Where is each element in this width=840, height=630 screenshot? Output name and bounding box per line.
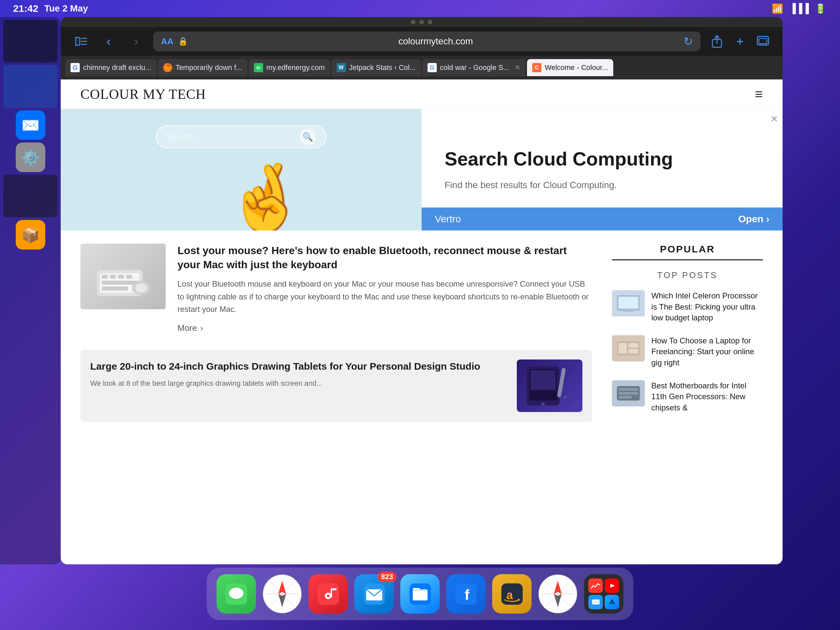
dock-music[interactable] — [308, 574, 348, 614]
tab-close-button[interactable]: ✕ — [515, 63, 520, 72]
tab-edf[interactable]: m my.edfenergy.com — [249, 59, 330, 76]
svg-rect-21 — [531, 370, 556, 390]
browser-actions: + — [707, 32, 773, 51]
dock-mail[interactable]: 823 — [354, 574, 394, 614]
thumb-image — [81, 244, 166, 309]
top-post-title-1: Which Intel Celeron Processor is The Bes… — [651, 290, 763, 323]
ad-search-placeholder: Search... — [166, 132, 201, 142]
amazon-app-icon[interactable]: 📦 — [16, 220, 45, 250]
svg-rect-29 — [619, 343, 627, 354]
ad-left-panel: Search... 🔍 🤞 — [61, 109, 422, 231]
ad-subtitle: Find the best results for Cloud Computin… — [445, 178, 759, 192]
tab-temporarily-down[interactable]: 🍊 Temporarily down f... — [158, 59, 248, 76]
browser-toolbar: ‹ › AA 🔒 colourmytech.com ↻ + — [61, 27, 783, 56]
new-tab-button[interactable]: + — [730, 32, 750, 51]
dock-safari2[interactable] — [538, 574, 578, 614]
tab-label: Welcome - Colour... — [545, 63, 608, 72]
reload-button[interactable]: ↻ — [684, 35, 693, 48]
svg-rect-27 — [624, 310, 633, 312]
svg-rect-57 — [413, 589, 428, 591]
promo-excerpt: We look at 8 of the best large graphics … — [90, 378, 507, 389]
top-posts-title: TOP POSTS — [612, 270, 763, 280]
site-header: Colour My Tech ≡ — [61, 79, 783, 109]
svg-rect-13 — [118, 275, 124, 279]
svg-text:f: f — [465, 587, 469, 603]
svg-point-37 — [229, 588, 243, 599]
status-right: 📶 ▐▐▐ 🔋 — [772, 3, 827, 14]
promo-card[interactable]: Large 20-inch to 24-inch Graphics Drawin… — [81, 350, 592, 422]
forward-button[interactable]: › — [126, 31, 147, 52]
dock-messages[interactable] — [216, 574, 256, 614]
battery-icon: 🔋 — [815, 3, 827, 14]
tab-jetpack[interactable]: W Jetpack Stats ‹ Col... — [332, 59, 421, 76]
aa-button[interactable]: AA — [161, 36, 174, 47]
tab-welcome[interactable]: C Welcome - Colour... — [527, 59, 613, 76]
dock: 823 f a — [207, 568, 633, 620]
main-content: Lost your mouse? Here's how to enable Bl… — [61, 231, 783, 564]
window-dot-3 — [428, 20, 433, 24]
top-post-title-2: How To Choose a Laptop for Freelancing: … — [651, 335, 763, 368]
ad-close-button[interactable]: ✕ — [771, 114, 778, 124]
ad-footer[interactable]: Vertro Open › — [422, 207, 783, 231]
ad-advertiser: Vertro — [435, 214, 461, 225]
ad-title: Search Cloud Computing — [445, 147, 759, 170]
svg-point-18 — [135, 283, 147, 293]
tab-label: cold war - Google S... — [440, 63, 510, 72]
dock-amazon[interactable]: a — [492, 574, 532, 614]
dock-apps[interactable]: ✉️ A — [584, 574, 624, 614]
sidebar-toggle-button[interactable] — [71, 31, 92, 52]
svg-rect-35 — [619, 396, 632, 399]
ad-search-icon: 🔍 — [300, 129, 316, 145]
back-button[interactable]: ‹ — [98, 31, 119, 52]
url-bar[interactable]: AA 🔒 colourmytech.com ↻ — [153, 32, 701, 51]
article-body: Lost your mouse? Here's how to enable Bl… — [177, 244, 592, 333]
app-thumb-2 — [3, 65, 57, 108]
svg-rect-16 — [102, 287, 128, 291]
ad-open-button[interactable]: Open › — [738, 214, 769, 225]
tab-label: chimney draft exclu... — [83, 63, 151, 72]
top-post-2[interactable]: How To Choose a Laptop for Freelancing: … — [612, 335, 763, 368]
mail-app-icon[interactable]: ✉️ — [16, 110, 45, 140]
dock-facebook[interactable]: f — [446, 574, 486, 614]
tab-label: my.edfenergy.com — [267, 63, 325, 72]
article-card: Lost your mouse? Here's how to enable Bl… — [81, 244, 592, 333]
svg-rect-8 — [759, 38, 767, 44]
browser-window: ‹ › AA 🔒 colourmytech.com ↻ + — [61, 17, 783, 564]
ad-hand-illustration: 🤞 — [225, 165, 307, 231]
svg-rect-26 — [619, 297, 638, 309]
top-post-1[interactable]: Which Intel Celeron Processor is The Bes… — [612, 290, 763, 323]
svg-rect-31 — [628, 349, 638, 354]
top-post-3[interactable]: Best Motherboards for Intel 11th Gen Pro… — [612, 380, 763, 413]
app-switcher: ✉️ ⚙️ 📦 — [0, 17, 61, 564]
site-logo: Colour My Tech — [81, 86, 206, 102]
tab-coldwar[interactable]: G cold war - Google S... ✕ — [422, 59, 526, 76]
svg-rect-11 — [102, 275, 107, 279]
svg-text:a: a — [506, 588, 513, 602]
window-dot-2 — [419, 20, 424, 24]
status-bar: 21:42 Tue 2 May 📶 ▐▐▐ 🔋 — [0, 0, 840, 17]
sidebar: POPULAR TOP POSTS Which Intel Celeron Pr… — [612, 244, 763, 551]
hamburger-menu[interactable]: ≡ — [755, 87, 763, 101]
svg-rect-33 — [619, 388, 638, 391]
article-title[interactable]: Lost your mouse? Here's how to enable Bl… — [177, 244, 592, 272]
ad-banner: Search... 🔍 🤞 Search Cloud Computing Fin… — [61, 109, 783, 231]
tab-chimney[interactable]: G chimney draft exclu... — [65, 59, 156, 76]
tab-favicon-google2: G — [428, 63, 437, 72]
tab-favicon-wp: W — [337, 63, 346, 72]
window-dot-1 — [411, 20, 415, 24]
tab-favicon-edf: m — [254, 63, 263, 72]
top-post-thumb-1 — [612, 290, 645, 317]
promo-text: Large 20-inch to 24-inch Graphics Drawin… — [90, 359, 507, 412]
mail-badge: 823 — [378, 571, 396, 582]
article-thumbnail — [81, 244, 166, 309]
tabs-button[interactable] — [753, 32, 773, 51]
svg-point-22 — [542, 402, 545, 405]
dock-safari[interactable] — [262, 574, 302, 614]
article-more-link[interactable]: More › — [177, 323, 592, 333]
settings-app-icon[interactable]: ⚙️ — [16, 142, 45, 172]
ad-search-box: Search... 🔍 — [156, 125, 327, 149]
dock-files[interactable] — [400, 574, 440, 614]
url-text: colourmytech.com — [193, 36, 679, 47]
share-button[interactable] — [707, 32, 727, 51]
web-content: Colour My Tech ≡ Search... 🔍 🤞 Search Cl… — [61, 79, 783, 564]
